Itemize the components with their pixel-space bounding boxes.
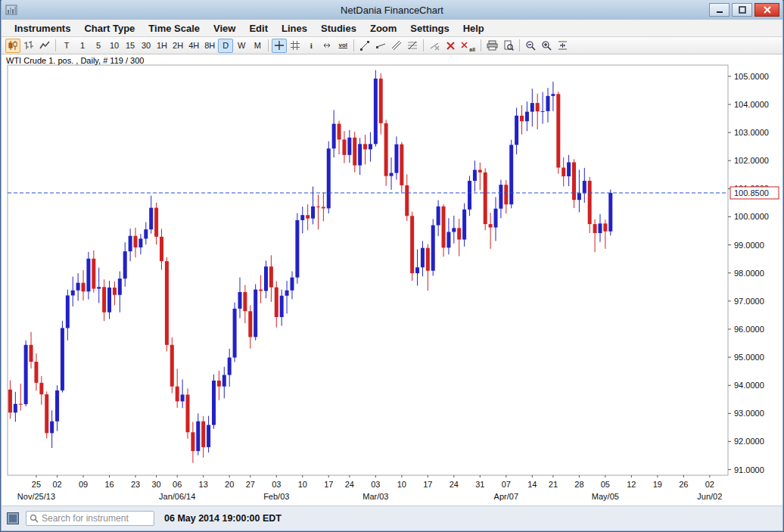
candle-body [457,228,461,239]
candle-body [608,193,612,232]
menu-studies[interactable]: Studies [314,20,363,36]
timescale-w-button[interactable]: W [234,39,249,53]
candle-body [431,226,435,271]
x-axis-label: 31 [475,480,484,489]
x-axis-month-label: Jun/02 [697,492,722,501]
close-button[interactable] [754,3,779,17]
candle-body [300,215,304,220]
close-icon [763,5,772,14]
chart-type-bar-button[interactable] [21,39,36,53]
chart-type-candlestick-button[interactable] [5,39,20,53]
candle-body [484,173,487,224]
crosshair-button[interactable] [272,39,287,53]
timescale-10-button[interactable]: 10 [107,39,122,53]
grid-button[interactable] [288,39,303,53]
print-button[interactable] [484,39,500,53]
ray-line-tool-button[interactable] [373,39,388,53]
y-axis-label: 98.0000 [734,269,764,278]
zoom-out-button[interactable] [523,39,538,53]
toolbar-separator [353,39,354,51]
x-axis-label: 07 [502,480,511,489]
candle-body [269,266,273,287]
timescale-1-button[interactable]: 1 [75,39,90,53]
ray-line-icon [375,40,386,51]
menu-view[interactable]: View [207,20,242,36]
candle-body [593,224,597,233]
candle-body [583,181,586,193]
candle-body [254,290,257,338]
search-input[interactable] [42,513,151,524]
timescale-1h-button[interactable]: 1H [154,39,170,53]
menu-time-scale[interactable]: Time Scale [142,20,207,36]
y-axis-label: 102.0000 [734,156,769,165]
minimize-button[interactable] [709,3,730,17]
delete-line-button[interactable] [443,39,458,53]
window-controls [709,3,779,17]
chart-panel[interactable]: WTI Crude 1. pos. , Daily, # 119 / 300 9… [2,54,782,506]
chart-type-line-button[interactable] [37,39,52,53]
horizontal-scale-button[interactable] [319,39,334,53]
candle-body [66,295,70,328]
candle-body [347,138,351,155]
candle-body [562,168,565,177]
candle-body [494,209,498,228]
timescale-m-button[interactable]: M [250,39,265,53]
timescale-t-button[interactable]: T [59,39,74,53]
menu-edit[interactable]: Edit [242,20,275,36]
x-axis-label: 06 [173,480,182,489]
timescale-2h-button[interactable]: 2H [170,39,185,53]
timescale-15-button[interactable]: 15 [123,39,138,53]
maximize-button[interactable] [732,3,752,17]
zoom-in-button[interactable] [539,39,554,53]
delete-all-lines-button[interactable]: all [459,39,478,53]
menu-settings[interactable]: Settings [403,20,456,36]
x-axis-month-label: Mar/03 [362,492,388,501]
candlestick-icon [8,40,18,51]
candle-body [369,144,372,149]
menu-instruments[interactable]: Instruments [8,20,77,36]
menu-chart-type[interactable]: Chart Type [77,20,142,36]
trendline-tool-button[interactable] [357,39,372,53]
toolbar: T151015301H2H4H8HDWM i vol [2,37,782,54]
menu-lines[interactable]: Lines [275,20,314,36]
zoom-fit-button[interactable] [555,39,571,53]
toolbar-separator [519,39,520,51]
x-axis-month-label: Apr/07 [494,492,518,501]
timescale-4h-button[interactable]: 4H [186,39,201,53]
candle-body [332,124,336,149]
instrument-search[interactable] [26,511,154,526]
remove-line-icon [429,40,440,51]
timescale-8h-button[interactable]: 8H [202,39,217,53]
candle-body [160,237,163,261]
x-axis-label: 03 [371,480,380,489]
candle-body [394,145,398,173]
menu-zoom[interactable]: Zoom [363,20,403,36]
plot-area[interactable] [8,65,728,475]
volume-button[interactable]: vol [335,39,350,53]
price-chart[interactable]: 91.000092.000093.000094.000095.000096.00… [2,54,782,506]
delete-all-label: all [469,47,475,52]
timescale-30-button[interactable]: 30 [138,39,154,53]
fibonacci-tool-button[interactable] [405,39,420,53]
candle-body [415,267,419,273]
menu-help[interactable]: Help [456,20,491,36]
x-axis-label: 25 [32,480,41,489]
print-preview-button[interactable] [501,39,516,53]
candle-body [170,345,174,387]
x-axis-label: 10 [298,480,307,489]
line-chart-icon [39,40,50,51]
timescale-d-button[interactable]: D [218,39,233,53]
candle-body [525,112,529,122]
candle-body [19,404,23,405]
delete-icon [446,41,456,51]
delete-all-icon [461,41,468,50]
candle-body [201,422,205,447]
remove-line-button[interactable] [427,39,442,53]
search-icon [30,514,39,523]
info-button[interactable]: i [303,39,319,53]
timescale-5-button[interactable]: 5 [91,39,106,53]
candle-body [285,291,289,296]
candle-body [551,94,555,96]
channel-tool-button[interactable] [389,39,404,53]
statusbar: 06 May 2014 19:00:00 EDT [2,506,782,530]
